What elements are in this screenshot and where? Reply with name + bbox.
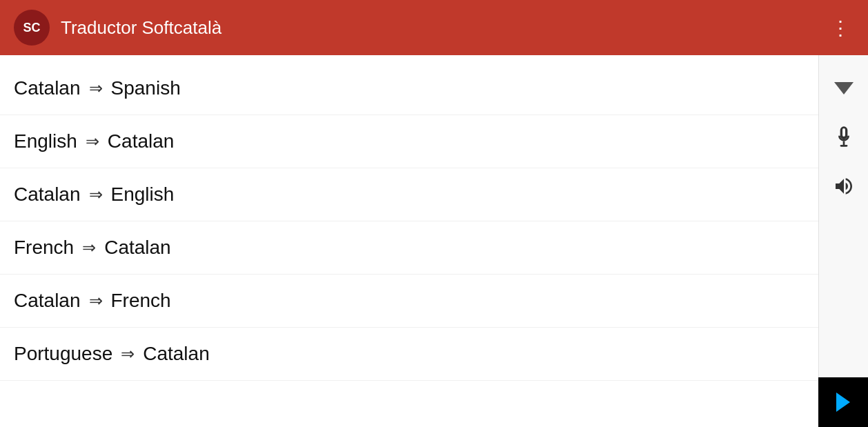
lang-to: English bbox=[111, 183, 175, 206]
lang-from: English bbox=[14, 130, 77, 152]
lang-from: Portuguese bbox=[14, 343, 112, 365]
lang-from: French bbox=[14, 237, 74, 259]
svg-rect-1 bbox=[840, 145, 847, 147]
logo-icon: SC bbox=[14, 10, 50, 46]
microphone-button[interactable] bbox=[823, 116, 865, 157]
chevron-down-icon bbox=[834, 82, 854, 95]
language-pair-list: Catalan⇒SpanishEnglish⇒CatalanCatalan⇒En… bbox=[0, 55, 818, 427]
list-item[interactable]: Catalan⇒French bbox=[0, 275, 818, 328]
lang-to: Catalan bbox=[143, 343, 210, 365]
lang-from: Catalan bbox=[14, 77, 81, 99]
lang-to: Spanish bbox=[111, 77, 181, 99]
lang-arrow-icon: ⇒ bbox=[89, 291, 103, 310]
list-item[interactable]: Portuguese⇒Catalan bbox=[0, 328, 818, 381]
list-item[interactable]: English⇒Catalan bbox=[0, 115, 818, 168]
ad-block bbox=[818, 377, 868, 427]
header-left: SC Traductor Softcatalà bbox=[14, 10, 221, 46]
lang-to: French bbox=[111, 290, 171, 312]
list-item[interactable]: Catalan⇒English bbox=[0, 168, 818, 221]
volume-icon bbox=[833, 175, 855, 197]
lang-arrow-icon: ⇒ bbox=[82, 238, 96, 257]
lang-arrow-icon: ⇒ bbox=[121, 344, 135, 364]
main-content: Catalan⇒SpanishEnglish⇒CatalanCatalan⇒En… bbox=[0, 55, 868, 427]
app-header: SC Traductor Softcatalà ⋮ bbox=[0, 0, 868, 55]
list-item[interactable]: Catalan⇒Spanish bbox=[0, 62, 818, 115]
lang-from: Catalan bbox=[14, 290, 81, 312]
lang-from: Catalan bbox=[14, 183, 81, 206]
lang-to: Catalan bbox=[108, 130, 175, 152]
ad-arrow-icon bbox=[836, 393, 850, 412]
lang-arrow-icon: ⇒ bbox=[89, 79, 103, 98]
app-title: Traductor Softcatalà bbox=[61, 17, 221, 39]
mic-icon bbox=[833, 126, 855, 148]
speaker-button[interactable] bbox=[823, 166, 865, 207]
right-sidebar bbox=[818, 55, 868, 427]
list-item[interactable]: French⇒Catalan bbox=[0, 221, 818, 275]
dropdown-button[interactable] bbox=[823, 66, 865, 108]
menu-button[interactable]: ⋮ bbox=[827, 17, 854, 39]
lang-arrow-icon: ⇒ bbox=[86, 132, 99, 151]
svg-rect-0 bbox=[842, 141, 845, 145]
lang-arrow-icon: ⇒ bbox=[89, 185, 103, 204]
lang-to: Catalan bbox=[104, 237, 171, 259]
